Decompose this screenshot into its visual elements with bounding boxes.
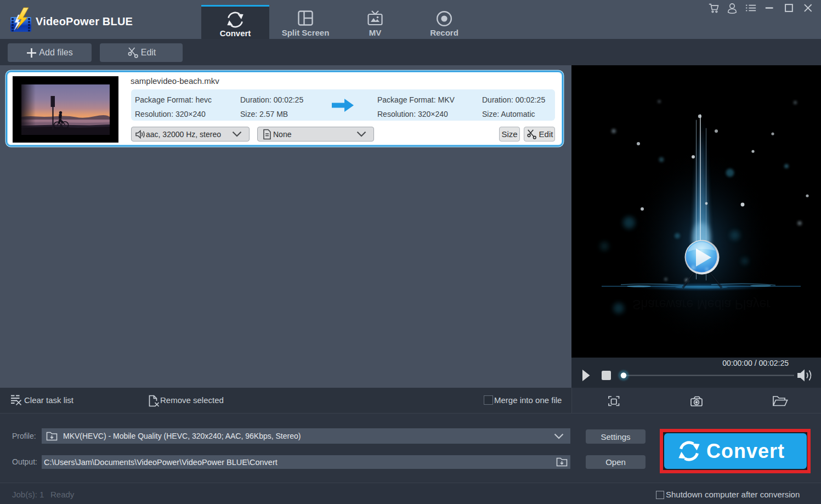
svg-text:Shareware Media Player: Shareware Media Player	[632, 297, 771, 312]
